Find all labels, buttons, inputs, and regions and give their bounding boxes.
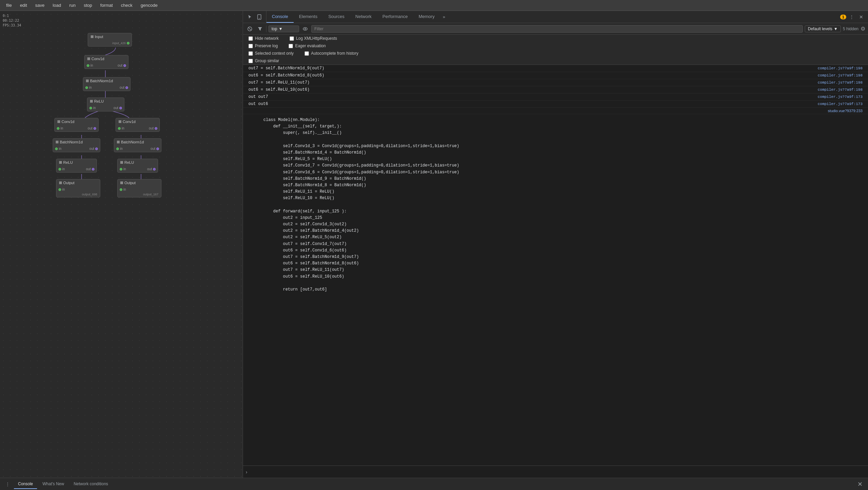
console-code-source[interactable]: studio.vue?9379:233 <box>828 109 863 113</box>
console-input-area: › <box>243 466 868 478</box>
console-output[interactable]: out7 = self.BatchNorm1d_9(out7) compiler… <box>243 65 868 466</box>
code-block-row: studio.vue?9379:233 <box>243 108 868 114</box>
node-input[interactable]: Input input_426 <box>88 33 132 47</box>
node-conv1d-left[interactable]: Conv1d in out <box>54 118 99 132</box>
tab-network[interactable]: Network <box>350 11 377 23</box>
warning-badge: 1 <box>840 15 846 19</box>
node-batchnorm-top[interactable]: BatchNorm1d in out <box>83 77 131 91</box>
eager-eval-input[interactable] <box>289 44 293 48</box>
console-prompt-icon: › <box>246 469 247 475</box>
autocomplete-checkbox[interactable]: Autocomplete from history <box>305 51 358 56</box>
console-line: out out7 compiler.js?7a9f:173 <box>243 93 868 101</box>
bottom-tab-network-conditions[interactable]: Network conditions <box>70 479 112 489</box>
bottom-close-btn[interactable]: ✕ <box>855 479 865 489</box>
node-relu-top[interactable]: ReLU in out <box>87 98 124 111</box>
graph-canvas[interactable]: 0:1 00:12:22 FPS:33.34 <box>0 11 243 478</box>
svg-rect-0 <box>258 15 261 19</box>
preserve-log-checkbox[interactable]: Preserve log <box>248 43 278 48</box>
options-row-1: Hide network Log XMLHttpRequests <box>243 35 868 42</box>
node-conv1d-right[interactable]: Conv1d in out <box>116 118 160 132</box>
menu-check[interactable]: check <box>118 1 136 9</box>
bottom-bar: ⋮ Console What's New Network conditions … <box>0 478 868 490</box>
console-filter-icon[interactable] <box>256 25 264 33</box>
svg-point-5 <box>305 28 306 30</box>
devtools-tab-icons <box>243 11 266 23</box>
svg-line-3 <box>248 28 251 30</box>
selected-context-input[interactable] <box>248 51 253 56</box>
console-line: out7 = self.BatchNorm1d_9(out7) compiler… <box>243 65 868 72</box>
autocomplete-input[interactable] <box>305 51 309 56</box>
menu-format[interactable]: format <box>97 1 116 9</box>
devtools-dots-btn[interactable]: ⋮ <box>848 13 856 21</box>
console-line-source[interactable]: compiler.js?7a9f:198 <box>818 81 863 85</box>
menu-stop[interactable]: stop <box>80 1 96 9</box>
console-line-source[interactable]: compiler.js?7a9f:198 <box>818 88 863 92</box>
options-row-2: Preserve log Eager evaluation <box>243 42 868 50</box>
console-line-source[interactable]: compiler.js?7a9f:198 <box>818 66 863 70</box>
console-input[interactable] <box>250 470 865 474</box>
stats-overlay: 0:1 00:12:22 FPS:33.34 <box>3 14 21 28</box>
log-xml-checkbox[interactable]: Log XMLHttpRequests <box>290 36 337 41</box>
bottom-more-btn[interactable]: ⋮ <box>3 479 13 489</box>
options-row-3: Selected context only Autocomplete from … <box>243 50 868 57</box>
hide-network-input[interactable] <box>248 36 253 41</box>
tab-elements[interactable]: Elements <box>294 11 323 23</box>
options-row-4: Group similar <box>243 57 868 65</box>
console-line: out6 = self.ReLU_10(out6) compiler.js?7a… <box>243 86 868 93</box>
console-line: out out6 compiler.js?7a9f:173 <box>243 101 868 108</box>
eager-eval-checkbox[interactable]: Eager evaluation <box>289 43 326 48</box>
eye-btn[interactable] <box>301 25 309 33</box>
node-output-left[interactable]: Output in output_698 <box>56 179 100 197</box>
selected-context-checkbox[interactable]: Selected context only <box>248 51 294 56</box>
menu-file[interactable]: file <box>3 1 15 9</box>
console-options: Hide network Log XMLHttpRequests Preserv… <box>243 35 868 65</box>
filter-input[interactable] <box>311 25 803 33</box>
console-toolbar: top ▼ Default levels ▼ 5 hidden ⚙ <box>243 23 868 35</box>
console-line: out7 = self.ReLU_11(out7) compiler.js?7a… <box>243 79 868 86</box>
devtools-tab-actions: 1 ⋮ ✕ <box>837 11 868 23</box>
tab-memory[interactable]: Memory <box>413 11 440 23</box>
console-code-block: class Model(nn.Module): def __init__(sel… <box>243 114 868 296</box>
tab-console[interactable]: Console <box>266 11 294 23</box>
console-line-source[interactable]: compiler.js?7a9f:198 <box>818 73 863 77</box>
menu-gencode[interactable]: gencode <box>137 1 161 9</box>
cursor-icon-btn[interactable] <box>246 13 254 21</box>
console-line-source[interactable]: compiler.js?7a9f:173 <box>818 95 863 99</box>
tab-overflow[interactable]: » <box>440 11 448 23</box>
main-area: 0:1 00:12:22 FPS:33.34 <box>0 11 868 478</box>
log-xml-input[interactable] <box>290 36 294 41</box>
menu-load[interactable]: load <box>49 1 65 9</box>
settings-gear-btn[interactable]: ⚙ <box>861 25 865 32</box>
menu-edit[interactable]: edit <box>17 1 31 9</box>
node-batchnorm-right[interactable]: BatchNorm1d in out <box>114 138 161 152</box>
menu-run[interactable]: run <box>66 1 79 9</box>
node-batchnorm-left[interactable]: BatchNorm1d in out <box>53 138 100 152</box>
group-similar-input[interactable] <box>248 59 253 63</box>
menu-bar: file edit save load run stop format chec… <box>0 0 868 11</box>
devtools-tabs: Console Elements Sources Network Perform… <box>243 11 868 23</box>
context-selector[interactable]: top ▼ <box>268 25 299 32</box>
bottom-tab-console[interactable]: Console <box>14 479 37 489</box>
device-icon-btn[interactable] <box>255 13 263 21</box>
node-relu-left[interactable]: ReLU in out <box>56 159 97 173</box>
devtools-panel: Console Elements Sources Network Perform… <box>243 11 868 478</box>
devtools-close-btn[interactable]: ✕ <box>857 13 865 21</box>
menu-save[interactable]: save <box>32 1 48 9</box>
clear-console-btn[interactable] <box>246 25 254 33</box>
bottom-tab-whats-new[interactable]: What's New <box>38 479 68 489</box>
hidden-badge: 5 hidden <box>843 27 858 31</box>
console-line: out6 = self.BatchNorm1d_8(out6) compiler… <box>243 72 868 79</box>
node-relu-right[interactable]: ReLU in out <box>117 159 158 173</box>
group-similar-checkbox[interactable]: Group similar <box>248 58 279 63</box>
tab-performance[interactable]: Performance <box>377 11 413 23</box>
node-output-right[interactable]: Output in output_167 <box>117 179 161 197</box>
preserve-log-input[interactable] <box>248 44 253 48</box>
hide-network-checkbox[interactable]: Hide network <box>248 36 279 41</box>
levels-selector[interactable]: Default levels ▼ <box>805 25 841 32</box>
tab-sources[interactable]: Sources <box>323 11 350 23</box>
console-line-source[interactable]: compiler.js?7a9f:173 <box>818 102 863 106</box>
node-conv1d-top[interactable]: Conv1d in out <box>84 55 128 69</box>
